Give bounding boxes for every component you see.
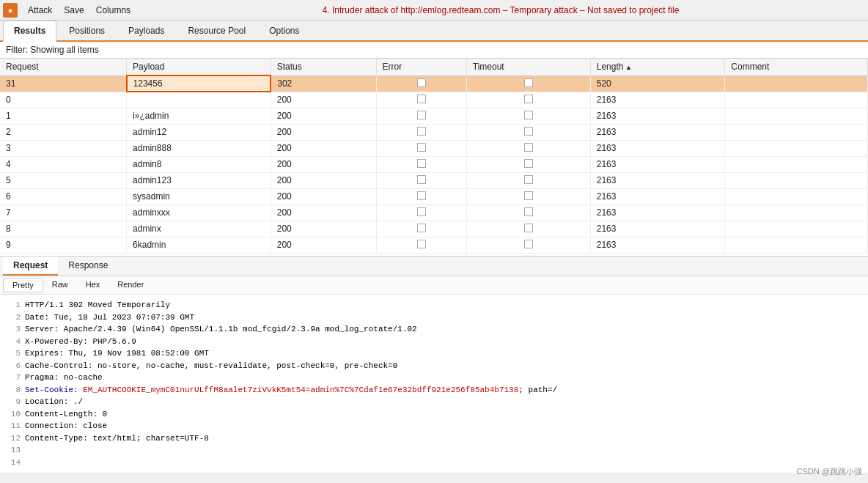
- col-length[interactable]: Length: [590, 59, 725, 75]
- line-number: 6: [7, 360, 21, 372]
- cell-error: [376, 172, 466, 188]
- cell-status: 200: [271, 172, 376, 188]
- table-row[interactable]: 02002163: [0, 92, 868, 108]
- tab-positions[interactable]: Positions: [58, 21, 116, 40]
- line-number: 11: [7, 420, 21, 432]
- cell-request: 7: [0, 204, 127, 221]
- tab-raw[interactable]: Raw: [43, 278, 77, 292]
- http-line: 1HTTP/1.1 302 Moved Temporarily: [7, 299, 861, 311]
- table-row[interactable]: 6sysadmin2002163: [0, 188, 868, 204]
- cell-status: 302: [271, 75, 376, 92]
- error-checkbox[interactable]: [417, 111, 426, 119]
- cell-payload: admin123: [127, 172, 271, 188]
- cell-payload: admin888: [127, 140, 271, 156]
- tab-hex[interactable]: Hex: [77, 278, 109, 292]
- tab-payloads[interactable]: Payloads: [117, 21, 175, 40]
- table-row[interactable]: 31123456302520: [0, 75, 868, 92]
- cell-comment: [725, 188, 868, 204]
- http-line: 9Location: ./: [7, 396, 861, 408]
- cell-status: 200: [271, 124, 376, 140]
- line-text: Cache-Control: no-store, no-cache, must-…: [25, 361, 397, 370]
- timeout-checkbox[interactable]: [524, 159, 533, 168]
- timeout-checkbox[interactable]: [524, 224, 533, 232]
- cell-error: [376, 156, 466, 172]
- cell-request: 0: [0, 92, 127, 108]
- cookie-key: Set-Cookie:: [25, 386, 83, 394]
- error-checkbox[interactable]: [417, 159, 426, 168]
- tab-response[interactable]: Response: [58, 257, 118, 276]
- error-checkbox[interactable]: [417, 240, 426, 248]
- timeout-checkbox[interactable]: [524, 78, 533, 87]
- col-error[interactable]: Error: [376, 59, 466, 75]
- error-checkbox[interactable]: [417, 95, 426, 103]
- cell-timeout: [466, 92, 590, 108]
- cell-timeout: [466, 172, 590, 188]
- cell-request: 1: [0, 108, 127, 124]
- cell-status: 200: [271, 156, 376, 172]
- table-row[interactable]: 2admin122002163: [0, 124, 868, 140]
- tab-pretty[interactable]: Pretty: [3, 278, 43, 292]
- timeout-checkbox[interactable]: [524, 240, 533, 248]
- table-row[interactable]: 8adminx2002163: [0, 221, 868, 237]
- col-timeout[interactable]: Timeout: [466, 59, 590, 75]
- table-row[interactable]: 5admin1232002163: [0, 172, 868, 188]
- tab-options[interactable]: Options: [258, 21, 310, 40]
- line-text: Content-Type: text/html; charset=UTF-8: [25, 434, 209, 443]
- http-line: 2Date: Tue, 18 Jul 2023 07:07:39 GMT: [7, 311, 861, 324]
- attack-menu[interactable]: Attack: [22, 4, 58, 17]
- timeout-checkbox[interactable]: [524, 191, 533, 200]
- line-text: X-Powered-By: PHP/5.6.9: [25, 337, 136, 346]
- logo-icon: ●: [8, 6, 13, 15]
- col-comment[interactable]: Comment: [725, 59, 868, 75]
- error-checkbox[interactable]: [417, 127, 426, 136]
- http-line: 12Content-Type: text/html; charset=UTF-8: [7, 432, 861, 445]
- cell-request: 5: [0, 172, 127, 188]
- cell-timeout: [466, 237, 590, 253]
- timeout-checkbox[interactable]: [524, 111, 533, 119]
- timeout-checkbox[interactable]: [524, 207, 533, 216]
- table-row[interactable]: 4admin82002163: [0, 156, 868, 172]
- error-checkbox[interactable]: [417, 207, 426, 216]
- cell-length: 2163: [590, 108, 725, 124]
- col-status[interactable]: Status: [271, 59, 376, 75]
- http-line: 8Set-Cookie: EM_AUTHCOOKIE_mymC01nurULff…: [7, 384, 861, 397]
- error-checkbox[interactable]: [417, 78, 426, 87]
- cell-comment: [725, 124, 868, 140]
- table-row[interactable]: 1i»¿admin2002163: [0, 108, 868, 124]
- cookie-suffix: ; path=/: [518, 386, 557, 394]
- timeout-checkbox[interactable]: [524, 127, 533, 136]
- timeout-checkbox[interactable]: [524, 175, 533, 184]
- timeout-checkbox[interactable]: [524, 95, 533, 103]
- cell-request: 4: [0, 156, 127, 172]
- tab-render[interactable]: Render: [108, 278, 152, 292]
- table-row[interactable]: 7adminxxx2002163: [0, 204, 868, 221]
- columns-menu[interactable]: Columns: [90, 4, 136, 17]
- http-line: 6Cache-Control: no-store, no-cache, must…: [7, 360, 861, 372]
- cell-length: 520: [590, 75, 725, 92]
- col-payload[interactable]: Payload: [127, 59, 271, 75]
- timeout-checkbox[interactable]: [524, 143, 533, 152]
- results-table-container: Request Payload Status Error Timeout Len…: [0, 59, 868, 257]
- table-row[interactable]: 96kadmin2002163: [0, 237, 868, 253]
- error-checkbox[interactable]: [417, 175, 426, 184]
- col-request[interactable]: Request: [0, 59, 127, 75]
- line-number: 12: [7, 432, 21, 445]
- line-text: Connection: close: [25, 421, 107, 430]
- save-menu[interactable]: Save: [58, 4, 89, 17]
- tab-results[interactable]: Results: [3, 21, 56, 42]
- filter-bar: Filter: Showing all items: [0, 42, 868, 59]
- error-checkbox[interactable]: [417, 191, 426, 200]
- cell-status: 200: [271, 188, 376, 204]
- error-checkbox[interactable]: [417, 143, 426, 152]
- tab-resource-pool[interactable]: Resource Pool: [177, 21, 257, 40]
- cell-status: 200: [271, 204, 376, 221]
- cell-length: 2163: [590, 237, 725, 253]
- table-row[interactable]: 3admin8882002163: [0, 140, 868, 156]
- cell-length: 2163: [590, 92, 725, 108]
- error-checkbox[interactable]: [417, 224, 426, 232]
- cell-error: [376, 75, 466, 92]
- line-number: 9: [7, 396, 21, 408]
- cell-timeout: [466, 204, 590, 221]
- tab-request[interactable]: Request: [3, 257, 58, 276]
- main-tab-bar: Results Positions Payloads Resource Pool…: [0, 21, 868, 42]
